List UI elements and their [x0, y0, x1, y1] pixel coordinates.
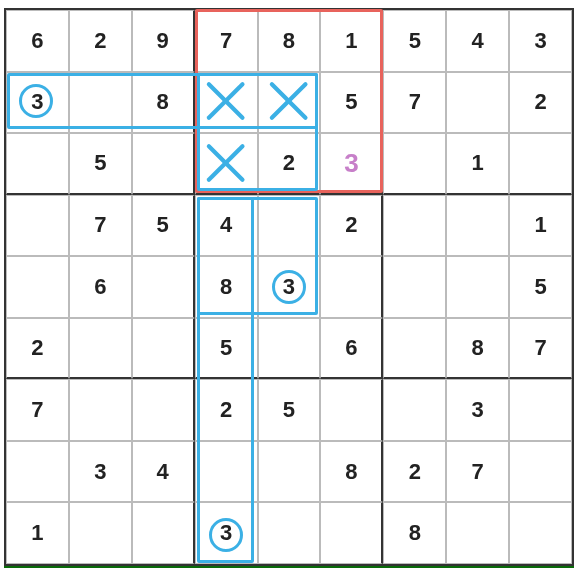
cell-r7-c4[interactable] [258, 441, 321, 503]
cell-r0-c0[interactable]: 6 [6, 10, 69, 72]
cell-value: 7 [31, 397, 43, 423]
cell-r4-c0[interactable] [6, 256, 69, 318]
cell-value: 6 [345, 335, 357, 361]
cell-r3-c6[interactable] [383, 195, 446, 257]
cell-r2-c5[interactable]: 3 [320, 133, 383, 195]
cell-r4-c1[interactable]: 6 [69, 256, 132, 318]
cell-r0-c4[interactable]: 8 [258, 10, 321, 72]
cell-r0-c7[interactable]: 4 [446, 10, 509, 72]
cell-r4-c3[interactable]: 8 [195, 256, 258, 318]
cell-value: 3 [283, 274, 295, 300]
cell-r1-c4[interactable] [258, 72, 321, 134]
cell-r7-c0[interactable] [6, 441, 69, 503]
cell-r0-c1[interactable]: 2 [69, 10, 132, 72]
cell-r1-c2[interactable]: 8 [132, 72, 195, 134]
cell-value: 2 [409, 459, 421, 485]
cell-r0-c5[interactable]: 1 [320, 10, 383, 72]
cell-r5-c4[interactable] [258, 318, 321, 380]
cell-r6-c2[interactable] [132, 379, 195, 441]
cell-r4-c8[interactable]: 5 [509, 256, 572, 318]
cell-r4-c6[interactable] [383, 256, 446, 318]
cell-r6-c7[interactable]: 3 [446, 379, 509, 441]
cell-r2-c2[interactable] [132, 133, 195, 195]
cell-r0-c3[interactable]: 7 [195, 10, 258, 72]
cell-r3-c0[interactable] [6, 195, 69, 257]
cell-r2-c8[interactable] [509, 133, 572, 195]
cell-r4-c7[interactable] [446, 256, 509, 318]
cell-r4-c5[interactable] [320, 256, 383, 318]
cell-value: 1 [31, 520, 43, 546]
cell-r0-c6[interactable]: 5 [383, 10, 446, 72]
cell-r5-c5[interactable]: 6 [320, 318, 383, 380]
cell-r8-c1[interactable] [69, 502, 132, 564]
cell-r2-c6[interactable] [383, 133, 446, 195]
cell-value: 3 [31, 89, 43, 115]
cell-r3-c4[interactable] [258, 195, 321, 257]
cell-r5-c7[interactable]: 8 [446, 318, 509, 380]
cell-value: 4 [157, 459, 169, 485]
cell-r8-c5[interactable] [320, 502, 383, 564]
cell-value: 7 [220, 28, 232, 54]
cell-r1-c1[interactable] [69, 72, 132, 134]
cell-r7-c2[interactable]: 4 [132, 441, 195, 503]
cell-r2-c7[interactable]: 1 [446, 133, 509, 195]
cell-value: 3 [534, 28, 546, 54]
cell-r7-c3[interactable] [195, 441, 258, 503]
cell-r6-c4[interactable]: 5 [258, 379, 321, 441]
cell-r5-c1[interactable] [69, 318, 132, 380]
cell-r7-c6[interactable]: 2 [383, 441, 446, 503]
cell-value: 5 [409, 28, 421, 54]
cell-r6-c5[interactable] [320, 379, 383, 441]
cell-value: 8 [283, 28, 295, 54]
cell-r3-c5[interactable]: 2 [320, 195, 383, 257]
cell-r5-c0[interactable]: 2 [6, 318, 69, 380]
cell-r5-c2[interactable] [132, 318, 195, 380]
cell-r6-c3[interactable]: 2 [195, 379, 258, 441]
cell-r0-c8[interactable]: 3 [509, 10, 572, 72]
cell-r6-c8[interactable] [509, 379, 572, 441]
cell-r6-c0[interactable]: 7 [6, 379, 69, 441]
cell-r3-c1[interactable]: 7 [69, 195, 132, 257]
cell-r2-c3[interactable] [195, 133, 258, 195]
sudoku-board: 6297815433857252317542168352568772533482… [4, 8, 574, 568]
cell-value: 5 [157, 212, 169, 238]
cell-r8-c2[interactable] [132, 502, 195, 564]
cell-r8-c6[interactable]: 8 [383, 502, 446, 564]
cell-r1-c5[interactable]: 5 [320, 72, 383, 134]
cell-r5-c6[interactable] [383, 318, 446, 380]
cell-r3-c8[interactable]: 1 [509, 195, 572, 257]
cell-r1-c3[interactable] [195, 72, 258, 134]
cell-r5-c3[interactable]: 5 [195, 318, 258, 380]
cell-value: 6 [94, 274, 106, 300]
cell-r8-c3[interactable]: 3 [195, 502, 258, 564]
cell-r1-c0[interactable]: 3 [6, 72, 69, 134]
cell-r2-c1[interactable]: 5 [69, 133, 132, 195]
cell-r8-c0[interactable]: 1 [6, 502, 69, 564]
cell-r6-c6[interactable] [383, 379, 446, 441]
cell-value: 1 [345, 28, 357, 54]
cell-r7-c7[interactable]: 7 [446, 441, 509, 503]
cell-r4-c2[interactable] [132, 256, 195, 318]
cell-r1-c8[interactable]: 2 [509, 72, 572, 134]
cell-r0-c2[interactable]: 9 [132, 10, 195, 72]
cell-value: 1 [472, 150, 484, 176]
cell-r8-c7[interactable] [446, 502, 509, 564]
cell-r7-c5[interactable]: 8 [320, 441, 383, 503]
cell-r2-c4[interactable]: 2 [258, 133, 321, 195]
cell-r5-c8[interactable]: 7 [509, 318, 572, 380]
cell-r3-c7[interactable] [446, 195, 509, 257]
cell-r1-c7[interactable] [446, 72, 509, 134]
cell-r3-c3[interactable]: 4 [195, 195, 258, 257]
cell-value: 4 [472, 28, 484, 54]
cell-r4-c4[interactable]: 3 [258, 256, 321, 318]
cell-r8-c4[interactable] [258, 502, 321, 564]
cell-r7-c8[interactable] [509, 441, 572, 503]
cell-r8-c8[interactable] [509, 502, 572, 564]
cell-r3-c2[interactable]: 5 [132, 195, 195, 257]
cell-r2-c0[interactable] [6, 133, 69, 195]
cell-value: 2 [94, 28, 106, 54]
cell-r1-c6[interactable]: 7 [383, 72, 446, 134]
cell-r6-c1[interactable] [69, 379, 132, 441]
cell-r7-c1[interactable]: 3 [69, 441, 132, 503]
cell-value: 8 [345, 459, 357, 485]
